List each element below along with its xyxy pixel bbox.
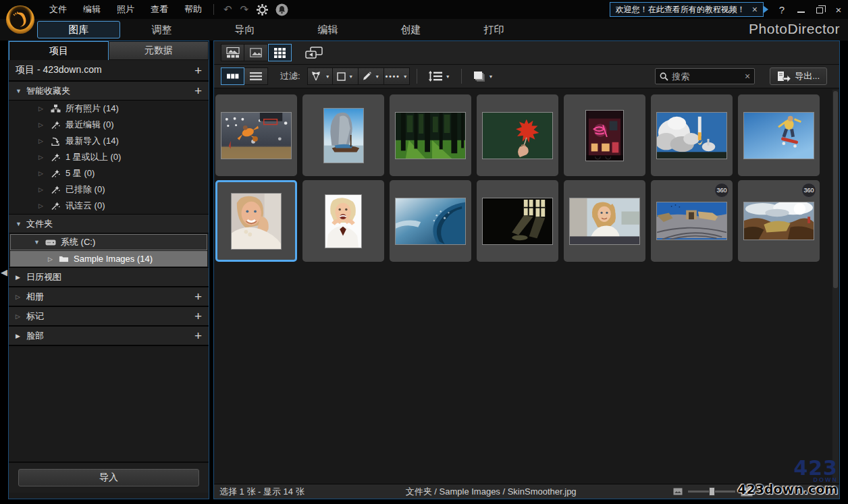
photo-tile-skin-smoother-selected[interactable]	[215, 180, 297, 262]
export-icon	[777, 71, 791, 82]
photo-tile-360-street[interactable]: 360	[651, 180, 733, 262]
tab-create[interactable]: 创建	[369, 21, 452, 38]
photo-tile-ocean-wave[interactable]	[390, 180, 471, 262]
add-tag-button[interactable]: +	[194, 310, 202, 323]
more-filter-button[interactable]: •••• ▼	[384, 67, 410, 85]
tab-guided[interactable]: 导向	[203, 21, 286, 38]
photo-tile-basketball-dunk[interactable]	[215, 94, 297, 176]
dropdown-caret-icon: ▼	[375, 74, 379, 79]
tree-item-excluded[interactable]: ▷ 已排除 (0)	[9, 181, 209, 198]
magic-wand-icon	[49, 152, 61, 162]
photo-tile-skateboarder[interactable]	[738, 94, 820, 176]
photo-tile-woman-outdoor[interactable]	[564, 180, 645, 262]
stack-button[interactable]: ▼	[469, 67, 498, 85]
add-project-button[interactable]: +	[194, 64, 202, 77]
section-tags[interactable]: ▷ 标记 +	[9, 306, 209, 326]
tab-edit[interactable]: 编辑	[286, 21, 369, 38]
tree-item-sample-images[interactable]: ▷ Sample Images (14)	[10, 251, 207, 267]
tab-library[interactable]: 图库	[37, 21, 120, 38]
tree-item-recently-edited[interactable]: ▷ 最近编辑 (0)	[9, 117, 209, 133]
gallery-view-button[interactable]	[221, 44, 244, 61]
settings-gear-icon[interactable]	[253, 4, 272, 16]
list-view-button[interactable]	[244, 67, 268, 85]
close-button[interactable]: ×	[829, 1, 848, 18]
scrollbar-thumb[interactable]	[833, 91, 838, 288]
zoom-slider[interactable]	[688, 491, 735, 493]
section-calendar-view[interactable]: ▶ 日历视图	[9, 267, 209, 287]
sort-icon	[428, 71, 443, 82]
menu-edit[interactable]: 编辑	[77, 1, 107, 18]
section-albums[interactable]: ▷ 相册 +	[9, 287, 209, 306]
menu-file[interactable]: 文件	[43, 1, 73, 18]
photos-stack-icon	[49, 105, 61, 113]
search-input[interactable]	[672, 72, 745, 82]
edited-filter-button[interactable]: ▼	[359, 67, 384, 85]
add-album-button[interactable]: +	[194, 290, 202, 303]
grid-view-button[interactable]	[268, 44, 292, 61]
photo-tile-neon-sign[interactable]	[564, 94, 645, 176]
redo-icon[interactable]: ↷	[236, 3, 253, 16]
section-smart-collection[interactable]: ▼ 智能收藏夹 +	[9, 81, 209, 101]
sort-button[interactable]: ▼	[424, 67, 454, 85]
grid-scrollbar[interactable]	[832, 90, 839, 483]
rating-filter-button[interactable]: ▼	[333, 67, 359, 85]
undo-icon[interactable]: ↶	[219, 3, 236, 16]
photo-tile-360-canyon[interactable]: 360	[738, 180, 820, 262]
tree-item-cyberlink-cloud[interactable]: ▷ 讯连云 (0)	[9, 198, 209, 214]
menu-help[interactable]: 帮助	[178, 1, 208, 18]
photo-tile-maple-leaf[interactable]	[477, 94, 558, 176]
tree-item-one-star-up[interactable]: ▷ 1 星或以上 (0)	[9, 149, 209, 165]
photo-tile-forest[interactable]	[390, 94, 471, 176]
tab-adjust[interactable]: 调整	[120, 21, 203, 38]
photo-rocket-launch	[656, 112, 727, 159]
sidebar-empty-area	[9, 345, 209, 461]
small-thumbnail-icon[interactable]	[673, 488, 683, 495]
minimize-button[interactable]	[791, 1, 810, 18]
search-clear-icon[interactable]: ×	[745, 71, 750, 82]
menu-view[interactable]: 查看	[144, 1, 174, 18]
thumbnail-mode-group	[221, 67, 268, 85]
tab-metadata[interactable]: 元数据	[109, 41, 209, 60]
view-mode-toolbar	[214, 41, 839, 65]
badge-360: 360	[714, 183, 729, 198]
photo-tile-boat-island[interactable]	[302, 94, 384, 176]
single-view-button[interactable]	[244, 44, 268, 61]
large-thumbnail-icon[interactable]	[741, 487, 753, 497]
triangle-closed-icon: ▷	[16, 313, 26, 320]
thumbnail-strip-button[interactable]	[221, 67, 244, 85]
photo-tile-window-light[interactable]	[477, 180, 558, 262]
photodirector-window: 文件 编辑 照片 查看 帮助 ↶ ↷ 欢迎您！在此查看所有的教程视频！ × ? …	[0, 0, 848, 504]
photo-tile-rocket-launch[interactable]	[651, 94, 733, 176]
tab-print[interactable]: 打印	[452, 21, 535, 38]
tab-project[interactable]: 项目	[9, 41, 109, 60]
zoom-slider-handle[interactable]	[709, 487, 715, 496]
tree-item-all-photos[interactable]: ▷ 所有照片 (14)	[9, 101, 209, 117]
flags-icon	[310, 72, 323, 81]
add-face-button[interactable]: +	[194, 329, 202, 342]
welcome-close-icon[interactable]: ×	[752, 4, 758, 15]
triangle-open-icon: ▼	[16, 221, 26, 227]
restore-button[interactable]	[810, 1, 829, 18]
tree-item-drive-c[interactable]: ▼ 系统 (C:)	[10, 234, 207, 250]
dropdown-caret-icon: ▼	[348, 74, 353, 79]
notification-bell-icon[interactable]	[272, 3, 292, 16]
flag-filter-button[interactable]: ▼	[307, 67, 333, 85]
section-faces[interactable]: ▶ 脸部 +	[9, 326, 209, 345]
photo-tile-laughing-woman[interactable]	[302, 180, 384, 262]
export-button[interactable]: 导出...	[770, 67, 827, 85]
help-button[interactable]: ?	[772, 1, 791, 18]
tree-item-latest-import[interactable]: ▷ 最新导入 (14)	[9, 133, 209, 149]
import-button[interactable]: 导入	[18, 469, 199, 486]
section-folders[interactable]: ▼ 文件夹	[9, 214, 209, 233]
secondary-display-button[interactable]	[301, 44, 327, 61]
welcome-text: 欢迎您！在此查看所有的教程视频！	[616, 4, 745, 16]
menu-photo[interactable]: 照片	[111, 1, 140, 18]
tree-item-label: 讯连云 (0)	[65, 200, 105, 212]
tree-item-five-star[interactable]: ▷ 5 星 (0)	[9, 165, 209, 181]
filter-toolbar: 过滤: ▼ ▼ ▼ •••• ▼	[214, 65, 839, 88]
sidebar-collapse-icon[interactable]: ◀	[0, 263, 8, 281]
photo-360-street-panorama	[656, 202, 727, 240]
magic-wand-icon	[49, 201, 61, 211]
restore-icon	[816, 7, 823, 13]
add-smart-collection-button[interactable]: +	[194, 84, 202, 97]
